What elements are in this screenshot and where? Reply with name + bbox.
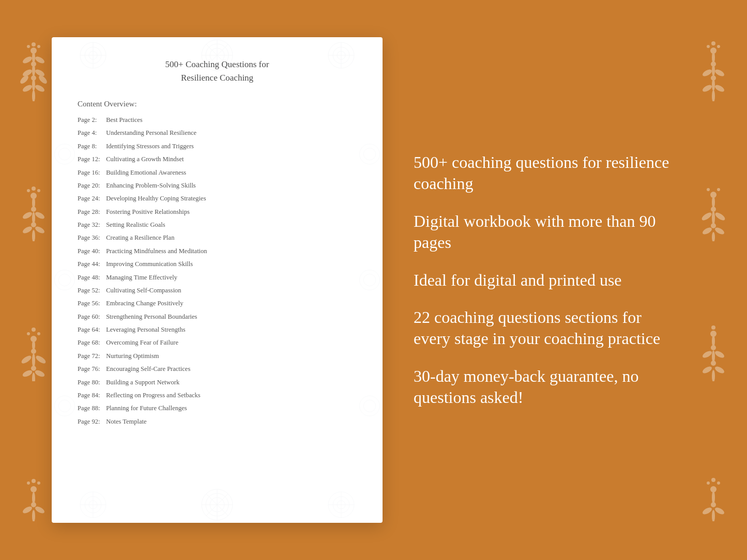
toc-topic: Overcoming Fear of Failure <box>104 339 178 346</box>
toc-topic: Managing Time Effectively <box>104 274 177 281</box>
svg-point-125 <box>363 274 375 286</box>
svg-point-116 <box>55 144 75 164</box>
toc-item: Page 32: Setting Realistic Goals <box>78 219 357 231</box>
toc-topic: Building Emotional Awareness <box>104 169 186 176</box>
doc-right-decoration <box>357 79 383 481</box>
svg-point-118 <box>55 270 75 290</box>
toc-page-number: Page 64: <box>78 325 104 335</box>
toc-page-number: Page 24: <box>78 194 104 204</box>
feature-text-panel: 500+ coaching questions for resilience c… <box>414 152 716 409</box>
document-card: 500+ Coaching Questions for Resilience C… <box>52 37 383 523</box>
toc-topic: Notes Template <box>104 418 147 425</box>
toc-topic: Improving Communication Skills <box>104 260 193 268</box>
toc-page-number: Page 52: <box>78 286 104 295</box>
document-title: 500+ Coaching Questions for Resilience C… <box>78 58 357 84</box>
toc-topic: Nurturing Optimism <box>104 352 159 360</box>
toc-topic: Understanding Personal Resilience <box>104 129 196 136</box>
toc-topic: Strengthening Personal Boundaries <box>104 313 197 320</box>
toc-item: Page 28: Fostering Positive Relationship… <box>78 206 357 219</box>
toc-item: Page 52: Cultivating Self-Compassion <box>78 284 357 297</box>
toc-topic: Fostering Positive Relationships <box>104 208 190 215</box>
svg-point-120 <box>55 396 75 416</box>
toc-item: Page 84: Reflecting on Progress and Setb… <box>78 389 357 402</box>
toc-item: Page 36: Creating a Resilience Plan <box>78 231 357 244</box>
toc-topic: Practicing Mindfulness and Meditation <box>104 247 207 255</box>
toc-page-number: Page 32: <box>78 220 104 230</box>
toc-page-number: Page 80: <box>78 378 104 387</box>
toc-topic: Embracing Change Positively <box>104 300 183 307</box>
toc-item: Page 40: Practicing Mindfulness and Medi… <box>78 245 357 258</box>
svg-point-141 <box>333 496 349 513</box>
toc-item: Page 72: Nurturing Optimism <box>78 350 357 363</box>
toc-page-number: Page 84: <box>78 391 104 400</box>
toc-page-number: Page 20: <box>78 181 104 191</box>
toc-page-number: Page 44: <box>78 259 104 269</box>
feature-item-4: 30-day money-back guarantee, no question… <box>414 366 675 408</box>
toc-page-number: Page 8: <box>78 142 104 151</box>
toc-page-number: Page 76: <box>78 364 104 374</box>
toc-topic: Setting Realistic Goals <box>104 221 165 228</box>
content-wrapper: 500+ Coaching Questions for Resilience C… <box>0 0 747 560</box>
toc-page-number: Page 28: <box>78 207 104 217</box>
svg-point-136 <box>85 496 101 513</box>
feature-item-2: Ideal for digital and printed use <box>414 270 675 291</box>
toc-item: Page 24: Developing Healthy Coping Strat… <box>78 192 357 205</box>
toc-page-number: Page 56: <box>78 299 104 308</box>
toc-topic: Creating a Resilience Plan <box>104 234 174 241</box>
toc-topic: Best Practices <box>104 116 143 123</box>
toc-topic: Developing Healthy Coping Strategies <box>104 195 206 202</box>
toc-item: Page 16: Building Emotional Awareness <box>78 166 357 179</box>
toc-page-number: Page 92: <box>78 417 104 427</box>
svg-point-140 <box>328 492 354 518</box>
toc-topic: Enhancing Problem-Solving Skills <box>104 182 196 189</box>
svg-point-124 <box>360 270 380 290</box>
svg-point-127 <box>363 400 375 412</box>
toc-item: Page 88: Planning for Future Challenges <box>78 402 357 415</box>
svg-point-129 <box>206 493 228 516</box>
toc-page-number: Page 48: <box>78 273 104 283</box>
toc-topic: Cultivating Self-Compassion <box>104 287 181 294</box>
toc-topic: Reflecting on Progress and Setbacks <box>104 392 201 399</box>
toc-topic: Leveraging Personal Strengths <box>104 326 186 333</box>
toc-topic: Identifying Stressors and Triggers <box>104 143 194 150</box>
content-overview-label: Content Overview: <box>78 100 357 108</box>
svg-point-126 <box>360 396 380 416</box>
doc-bottom-decoration <box>52 487 383 523</box>
feature-item-3: 22 coaching questions sections for every… <box>414 307 675 349</box>
svg-point-122 <box>360 144 380 164</box>
svg-point-119 <box>58 274 70 286</box>
toc-item: Page 76: Encouraging Self-Care Practices <box>78 363 357 376</box>
document-header: 500+ Coaching Questions for Resilience C… <box>78 58 357 84</box>
toc-item: Page 12: Cultivating a Growth Mindset <box>78 153 357 166</box>
feature-item-0: 500+ coaching questions for resilience c… <box>414 152 675 194</box>
toc-page-number: Page 12: <box>78 154 104 164</box>
toc-page-number: Page 2: <box>78 115 104 125</box>
toc-item: Page 8: Identifying Stressors and Trigge… <box>78 140 357 153</box>
toc-page-number: Page 4: <box>78 128 104 138</box>
toc-item: Page 56: Embracing Change Positively <box>78 297 357 310</box>
toc-page-number: Page 36: <box>78 233 104 243</box>
toc-page-number: Page 40: <box>78 246 104 256</box>
toc-item: Page 92: Notes Template <box>78 415 357 428</box>
toc-topic: Planning for Future Challenges <box>104 405 187 412</box>
toc-item: Page 68: Overcoming Fear of Failure <box>78 336 357 349</box>
toc-page-number: Page 16: <box>78 168 104 178</box>
toc-topic: Cultivating a Growth Mindset <box>104 155 184 163</box>
svg-line-133 <box>206 494 228 516</box>
toc-item: Page 2: Best Practices <box>78 114 357 127</box>
toc-item: Page 64: Leveraging Personal Strengths <box>78 323 357 336</box>
toc-topic: Building a Support Network <box>104 379 179 386</box>
toc-item: Page 20: Enhancing Problem-Solving Skill… <box>78 179 357 192</box>
toc-item: Page 44: Improving Communication Skills <box>78 258 357 271</box>
toc-item: Page 80: Building a Support Network <box>78 376 357 389</box>
toc-item: Page 60: Strengthening Personal Boundari… <box>78 310 357 323</box>
svg-point-135 <box>80 492 106 518</box>
toc-item: Page 48: Managing Time Effectively <box>78 271 357 284</box>
svg-point-123 <box>363 148 375 160</box>
svg-point-128 <box>202 489 233 520</box>
toc-page-number: Page 72: <box>78 351 104 361</box>
svg-point-130 <box>210 497 224 512</box>
toc-page-number: Page 68: <box>78 338 104 348</box>
toc-page-number: Page 60: <box>78 312 104 322</box>
svg-line-134 <box>206 494 228 516</box>
